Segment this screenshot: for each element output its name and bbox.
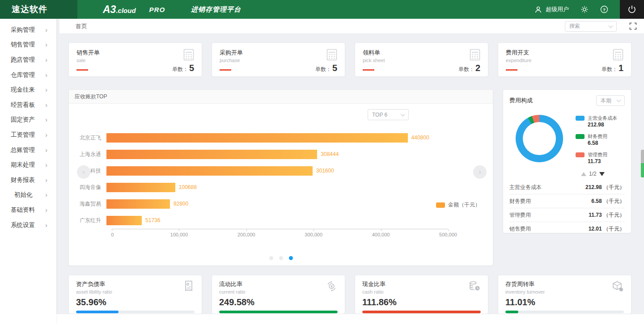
- progress-fill: [505, 311, 518, 313]
- side-float-tab[interactable]: [641, 150, 644, 177]
- sidebar-item[interactable]: 销售管理›: [0, 38, 56, 53]
- bar-segment[interactable]: [106, 150, 317, 159]
- sidebar-item-label: 采购管理: [11, 26, 35, 34]
- progress-track: [219, 311, 338, 313]
- box-icon: [611, 280, 624, 295]
- bar-segment[interactable]: [106, 199, 170, 209]
- top-n-value: TOP 6: [372, 112, 387, 118]
- sidebar-item-label: 期末处理: [11, 161, 35, 169]
- stat-card[interactable]: 领料单pick sheet单数：2: [355, 42, 488, 77]
- sidebar-item[interactable]: 采购管理›: [0, 22, 56, 38]
- sidebar-item[interactable]: 固定资产›: [0, 113, 56, 128]
- chevron-right-icon: ›: [45, 161, 47, 168]
- carousel-prev-button[interactable]: ‹: [77, 165, 90, 179]
- top-n-select[interactable]: TOP 6: [368, 109, 409, 120]
- ratio-card[interactable]: 资产负债率asset libility ratio35.96%: [68, 275, 202, 314]
- sidebar-item-label: 经营看板: [11, 101, 35, 109]
- footer-strip: [56, 314, 644, 324]
- product-edition: PRO: [149, 6, 165, 13]
- chevron-right-icon: ›: [45, 72, 47, 79]
- sidebar-item[interactable]: 基础资料›: [0, 202, 56, 218]
- stat-count-wrap: 单数：2: [458, 63, 480, 73]
- sidebar-item[interactable]: 财务报表›: [0, 173, 56, 188]
- receivables-panel-title: 应收账款TOP: [69, 90, 493, 104]
- stat-card[interactable]: 采购开单purchase单数：5: [212, 42, 345, 77]
- coins-clock-icon: [468, 280, 481, 295]
- ratio-card[interactable]: 现金比率cash ratio111.86%: [355, 275, 488, 314]
- expense-list: 主营业务成本212.98 （千元）财务费用6.58 （千元）管理费用11.73 …: [509, 181, 625, 236]
- x-axis-tick-mark: [246, 229, 247, 231]
- sidebar-item[interactable]: 经营看板›: [0, 97, 56, 113]
- bar-segment[interactable]: [106, 216, 142, 225]
- user-menu[interactable]: 超级用户: [534, 5, 569, 13]
- bar-chart-row: 四海音像100688: [75, 179, 448, 196]
- accent-dash: [220, 69, 231, 71]
- ratio-card-subtitle: current ratio: [219, 289, 246, 295]
- side-float-top: [641, 150, 644, 163]
- bar-value-label: 308444: [321, 151, 339, 157]
- sidebar-item[interactable]: 期末处理›: [0, 157, 56, 173]
- sidebar-item-label: 仓库管理: [11, 71, 35, 79]
- gear-icon: [580, 5, 589, 13]
- sidebar-item-label: 固定资产: [11, 116, 35, 124]
- sidebar-item-label: 总账管理: [11, 146, 35, 154]
- sidebar-item[interactable]: 总账管理›: [0, 143, 56, 158]
- fullscreen-button[interactable]: [629, 22, 637, 30]
- bar-category-label: 广东红升: [75, 217, 106, 224]
- breadcrumb[interactable]: 首页: [76, 22, 87, 30]
- logout-button[interactable]: [620, 0, 644, 19]
- calculator-icon: [470, 49, 480, 63]
- refresh-coin-icon: ¥: [326, 280, 338, 295]
- svg-text:¥: ¥: [330, 284, 333, 289]
- sidebar-item[interactable]: 现金往来›: [0, 82, 56, 97]
- expense-value: 212.98 （千元）: [585, 184, 625, 191]
- chevron-right-icon: ›: [45, 206, 47, 214]
- ratio-card-title: 现金比率: [362, 280, 386, 288]
- period-select[interactable]: 本期: [596, 95, 625, 106]
- bar-chart-row: 海鑫贸易92800: [75, 196, 448, 212]
- calculator-icon: [613, 49, 623, 63]
- sidebar-item[interactable]: 仓库管理›: [0, 67, 56, 83]
- stat-count-value: 5: [332, 63, 337, 73]
- carousel-next-button[interactable]: ›: [473, 165, 487, 179]
- main-area: 首页 搜索 销售开单sale单数：5采购开单purchase单数：5领料单pic…: [56, 19, 644, 324]
- stat-card[interactable]: 费用开支expenditure单数：1: [498, 42, 631, 77]
- help-button[interactable]: ?: [600, 5, 608, 13]
- bar-segment[interactable]: [106, 133, 408, 143]
- ratio-card[interactable]: 存货周转率inventory turnover11.01%: [498, 275, 631, 314]
- ratio-value: 111.86%: [362, 297, 481, 307]
- carousel-dot[interactable]: [269, 256, 273, 260]
- pager-up-icon[interactable]: [581, 172, 586, 176]
- carousel-dot[interactable]: [289, 256, 293, 260]
- sidebar-item-label: 现金往来: [11, 86, 35, 94]
- expense-name: 管理费用: [509, 211, 531, 219]
- carousel-dot[interactable]: [279, 256, 283, 260]
- expense-list-row: 管理费用11.73 （千元）: [509, 208, 625, 222]
- bar-segment[interactable]: [106, 183, 175, 192]
- stat-count-value: 5: [189, 63, 194, 73]
- sidebar-item[interactable]: 工资管理›: [0, 127, 56, 143]
- stat-card[interactable]: 销售开单sale单数：5: [68, 42, 202, 77]
- bar-segment[interactable]: [106, 166, 313, 176]
- period-value: 本期: [601, 97, 611, 105]
- side-float-bottom: [641, 163, 644, 177]
- product-suffix: .cloud: [116, 7, 136, 14]
- chart-legend: 金额（千元）: [436, 201, 480, 209]
- chevron-down-icon: [609, 23, 613, 28]
- ratio-card[interactable]: 流动比率current ratio¥249.58%: [212, 275, 345, 314]
- bar-category-label: 四海音像: [75, 184, 106, 191]
- pager-down-icon[interactable]: [599, 172, 605, 176]
- sidebar-item[interactable]: 初始化›: [0, 188, 56, 203]
- settings-button[interactable]: [580, 5, 589, 13]
- search-input[interactable]: 搜索: [565, 21, 617, 32]
- ratio-card-subtitle: asset libility ratio: [76, 289, 112, 295]
- header-bar: A3.cloud PRO 进销存管理平台 超级用户 ?: [77, 0, 620, 19]
- ratio-card-title: 流动比率: [219, 280, 246, 288]
- sidebar-item-label: 跑店管理: [11, 56, 35, 64]
- power-icon: [627, 5, 636, 14]
- sidebar-item[interactable]: 跑店管理›: [0, 52, 56, 67]
- product-name: A3: [103, 4, 116, 16]
- brand-logo: 速达软件: [0, 0, 77, 19]
- sidebar-item[interactable]: 系统设置›: [0, 218, 56, 233]
- question-circle-icon: ?: [600, 5, 608, 13]
